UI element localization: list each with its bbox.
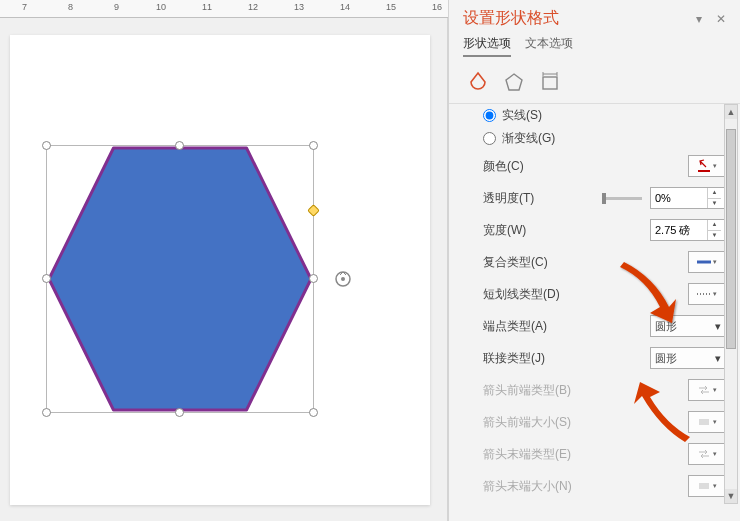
dash-label: 短划线类型(D) [483,286,560,303]
resize-handle-tr[interactable] [309,141,318,150]
end-arrow-size-button: ▾ [688,475,726,497]
radio-gradient-input[interactable] [483,132,496,145]
tab-shape-options[interactable]: 形状选项 [463,35,511,57]
svg-rect-4 [543,77,557,89]
fill-line-icon[interactable] [467,71,489,93]
size-properties-icon[interactable] [539,71,561,93]
arrow-swap-icon [697,385,711,395]
scroll-thumb[interactable] [726,129,736,349]
panel-menu-icon[interactable]: ▾ [696,12,702,26]
transparency-input[interactable] [651,188,707,208]
resize-handle-bc[interactable] [175,408,184,417]
lines-icon [697,481,711,491]
canvas-area[interactable]: 7 8 9 10 11 12 13 14 15 16 [0,0,448,521]
lines-icon [697,417,711,427]
panel-title: 设置形状格式 [463,8,559,29]
scroll-up-icon[interactable]: ▲ [725,105,737,119]
radio-gradient-line[interactable]: 渐变线(G) [459,127,734,150]
resize-handle-mr[interactable] [309,274,318,283]
compound-type-button[interactable]: ▾ [688,251,726,273]
join-label: 联接类型(J) [483,350,545,367]
dash-line-icon [697,289,711,299]
close-icon[interactable]: ✕ [716,12,726,26]
color-label: 颜色(C) [483,158,524,175]
cap-type-select[interactable]: 圆形▾ [650,315,726,337]
width-input[interactable] [651,220,707,240]
format-shape-panel: 设置形状格式 ▾ ✕ 形状选项 文本选项 实线(S) 渐变线(G) [448,0,740,521]
resize-handle-bl[interactable] [42,408,51,417]
end-size-label: 箭头末端大小(N) [483,478,572,495]
scroll-down-icon[interactable]: ▼ [725,489,737,503]
cap-label: 端点类型(A) [483,318,547,335]
compound-label: 复合类型(C) [483,254,548,271]
resize-handle-tc[interactable] [175,141,184,150]
dash-type-button[interactable]: ▾ [688,283,726,305]
vertical-scrollbar[interactable]: ▲ ▼ [724,104,738,504]
resize-handle-tl[interactable] [42,141,51,150]
svg-marker-3 [506,74,522,90]
begin-arrow-type-button: ▾ [688,379,726,401]
radio-solid-line[interactable]: 实线(S) [459,104,734,127]
width-spinner[interactable]: ▲▼ [650,219,726,241]
join-type-select[interactable]: 圆形▾ [650,347,726,369]
begin-arrow-size-button: ▾ [688,411,726,433]
svg-rect-8 [698,170,710,172]
begin-type-label: 箭头前端类型(B) [483,382,571,399]
arrow-swap-icon [697,449,711,459]
begin-size-label: 箭头前端大小(S) [483,414,571,431]
horizontal-ruler: 7 8 9 10 11 12 13 14 15 16 [0,0,448,18]
svg-point-2 [341,277,345,281]
width-label: 宽度(W) [483,222,526,239]
color-picker-button[interactable]: ▾ [688,155,726,177]
effects-icon[interactable] [503,71,525,93]
transparency-label: 透明度(T) [483,190,534,207]
shape-selection[interactable] [46,145,314,413]
slide[interactable] [10,35,430,505]
transparency-slider[interactable] [602,197,642,200]
end-type-label: 箭头末端类型(E) [483,446,571,463]
resize-handle-ml[interactable] [42,274,51,283]
hexagon-shape[interactable] [47,146,313,412]
compound-line-icon [697,257,711,267]
end-arrow-type-button: ▾ [688,443,726,465]
svg-marker-0 [49,148,311,410]
radio-solid-input[interactable] [483,109,496,122]
rotate-handle[interactable] [333,269,353,289]
tab-text-options[interactable]: 文本选项 [525,35,573,57]
resize-handle-br[interactable] [309,408,318,417]
transparency-spinner[interactable]: ▲▼ [650,187,726,209]
